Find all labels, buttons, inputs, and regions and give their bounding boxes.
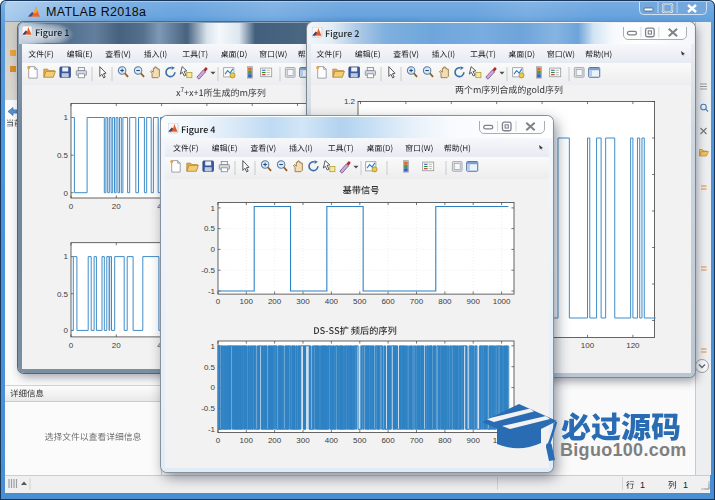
svg-text:0: 0 xyxy=(216,436,221,445)
svg-text:600: 600 xyxy=(381,297,395,306)
svg-text:-0.5: -0.5 xyxy=(201,266,215,275)
svg-text:-1: -1 xyxy=(208,425,216,434)
svg-text:300: 300 xyxy=(296,297,310,306)
svg-text:-1: -1 xyxy=(208,287,216,296)
svg-text:20: 20 xyxy=(112,341,121,350)
svg-text:1: 1 xyxy=(211,204,216,213)
svg-text:0: 0 xyxy=(64,326,69,335)
svg-text:1: 1 xyxy=(64,113,69,122)
svg-text:0: 0 xyxy=(69,341,74,350)
svg-text:0: 0 xyxy=(216,297,221,306)
svg-text:0.5: 0.5 xyxy=(204,363,216,372)
svg-text:500: 500 xyxy=(353,436,367,445)
svg-text:0.5: 0.5 xyxy=(204,224,216,233)
svg-text:100: 100 xyxy=(240,297,254,306)
svg-text:700: 700 xyxy=(410,436,424,445)
svg-text:20: 20 xyxy=(112,202,121,211)
svg-text:1.2: 1.2 xyxy=(344,97,356,106)
svg-text:0: 0 xyxy=(211,383,216,392)
svg-text:100: 100 xyxy=(581,341,595,350)
svg-text:0: 0 xyxy=(211,245,216,254)
svg-text:0.5: 0.5 xyxy=(57,151,69,160)
svg-text:400: 400 xyxy=(325,436,339,445)
svg-text:400: 400 xyxy=(325,297,339,306)
svg-text:800: 800 xyxy=(438,436,452,445)
svg-text:1: 1 xyxy=(683,480,688,490)
svg-text:1: 1 xyxy=(640,480,645,490)
svg-text:900: 900 xyxy=(467,297,481,306)
svg-text:300: 300 xyxy=(296,436,310,445)
svg-text:0: 0 xyxy=(69,202,74,211)
svg-text:500: 500 xyxy=(353,297,367,306)
svg-text:800: 800 xyxy=(438,297,452,306)
svg-text:200: 200 xyxy=(268,297,282,306)
svg-text:-0.5: -0.5 xyxy=(201,404,215,413)
svg-text:700: 700 xyxy=(410,297,424,306)
svg-text:1: 1 xyxy=(64,252,69,261)
svg-text:1000: 1000 xyxy=(493,297,511,306)
svg-text:100: 100 xyxy=(240,436,254,445)
svg-text:600: 600 xyxy=(381,436,395,445)
svg-text:0.5: 0.5 xyxy=(57,290,69,299)
svg-text:0: 0 xyxy=(64,189,69,198)
svg-text:120: 120 xyxy=(626,341,640,350)
svg-text:1: 1 xyxy=(211,342,216,351)
svg-text:200: 200 xyxy=(268,436,282,445)
